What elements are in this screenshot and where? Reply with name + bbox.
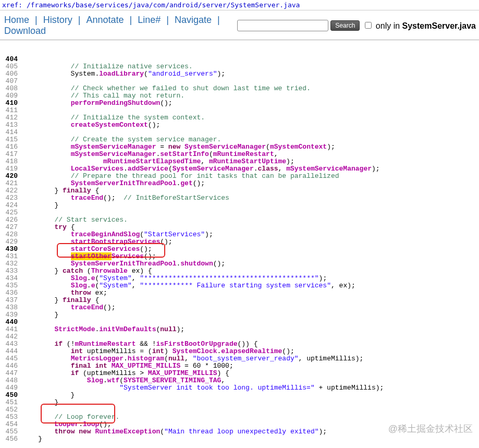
code-line[interactable]: 434 Slog.e("System", "******************… [0, 275, 479, 282]
code-line[interactable]: 438 traceEnd(); [0, 304, 479, 311]
code-line[interactable]: 448 Slog.wtf(SYSTEM_SERVER_TIMING_TAG, [0, 377, 479, 384]
code-line[interactable]: 441 StrictMode.initVmDefaults(null); [0, 326, 479, 333]
line-number[interactable]: 430 [0, 246, 22, 253]
code-line[interactable]: 431 startOtherServices(); [0, 253, 479, 260]
line-number[interactable]: 419 [0, 165, 22, 173]
line-number[interactable]: 443 [0, 341, 22, 348]
line-number[interactable]: 406 [0, 70, 22, 78]
line-number[interactable]: 407 [0, 78, 22, 85]
line-number[interactable]: 434 [0, 275, 22, 282]
xref-segment[interactable]: java [133, 1, 149, 9]
line-number[interactable]: 422 [0, 187, 22, 195]
code-line[interactable]: 409 // This call may not return. [0, 92, 479, 100]
nav-annotate[interactable]: Annotate [85, 15, 125, 25]
code-line[interactable]: 424 } [0, 202, 479, 209]
line-number[interactable]: 432 [0, 260, 22, 268]
xref-segment[interactable]: / [165, 1, 169, 9]
line-number[interactable]: 429 [0, 238, 22, 246]
line-number[interactable]: 417 [0, 151, 22, 158]
xref-segment[interactable]: server [202, 1, 227, 9]
line-number[interactable]: 451 [0, 399, 22, 406]
code-line[interactable]: 408 // Check whether we failed to shut d… [0, 85, 479, 92]
line-number[interactable]: 437 [0, 297, 22, 304]
xref-segment[interactable]: / [129, 1, 133, 9]
code-line[interactable]: 422 } finally { [0, 187, 479, 195]
line-number[interactable]: 452 [0, 406, 22, 414]
line-number[interactable]: 436 [0, 289, 22, 297]
line-number[interactable]: 453 [0, 414, 22, 421]
xref-segment[interactable]: / [27, 1, 31, 9]
line-number[interactable]: 413 [0, 122, 22, 129]
line-number[interactable]: 423 [0, 195, 22, 202]
code-line[interactable]: 452 [0, 406, 479, 414]
code-line[interactable]: 412 // Initialize the system context. [0, 114, 479, 122]
line-number[interactable]: 416 [0, 143, 22, 151]
code-line[interactable]: 446 final int MAX_UPTIME_MILLIS = 60 * 1… [0, 362, 479, 370]
nav-download[interactable]: Download [3, 26, 47, 36]
line-number[interactable]: 450 [0, 392, 22, 399]
code-line[interactable]: 449 "SystemServer init took too long. up… [0, 384, 479, 392]
code-line[interactable]: 414 [0, 129, 479, 136]
line-number[interactable]: 405 [0, 63, 22, 70]
line-number[interactable]: 424 [0, 202, 22, 209]
code-line[interactable]: 421 SystemServerInitThreadPool.get(); [0, 180, 479, 187]
code-line[interactable]: 427 try { [0, 224, 479, 231]
line-number[interactable]: 408 [0, 85, 22, 92]
xref-segment[interactable]: base [76, 1, 92, 9]
code-line[interactable]: 430 startCoreServices(); [0, 246, 479, 253]
line-number[interactable]: 426 [0, 216, 22, 224]
code-line[interactable]: 439 } [0, 311, 479, 319]
code-line[interactable]: 445 MetricsLogger.histogram(null, "boot_… [0, 355, 479, 362]
line-number[interactable]: 454 [0, 421, 22, 428]
code-line[interactable]: 444 int uptimeMillis = (int) SystemClock… [0, 348, 479, 355]
code-line[interactable]: 451 } [0, 399, 479, 406]
xref-segment[interactable]: / [71, 1, 76, 9]
code-line[interactable]: 443 if (!mRuntimeRestart && !isFirstBoot… [0, 341, 479, 348]
search-button[interactable]: Search [330, 20, 360, 31]
code-line[interactable]: 426 // Start services. [0, 216, 479, 224]
nav-line#[interactable]: Line# [137, 15, 162, 25]
line-number[interactable]: 418 [0, 158, 22, 165]
code-line[interactable]: 419 LocalServices.addService(SystemServi… [0, 165, 479, 173]
code-line[interactable]: 420 // Prepare the thread pool for init … [0, 173, 479, 180]
xref-segment[interactable]: android [169, 1, 198, 9]
line-number[interactable]: 438 [0, 304, 22, 311]
line-number[interactable]: 448 [0, 377, 22, 384]
line-number[interactable]: 435 [0, 282, 22, 289]
xref-segment[interactable]: frameworks [31, 1, 71, 9]
line-number[interactable]: 456 [0, 435, 22, 443]
line-number[interactable]: 441 [0, 326, 22, 333]
code-line[interactable]: 415 // Create the system service manager… [0, 136, 479, 143]
line-number[interactable]: 421 [0, 180, 22, 187]
code-line[interactable]: 453 // Loop forever. [0, 414, 479, 421]
line-number[interactable]: 445 [0, 355, 22, 362]
line-number[interactable]: 427 [0, 224, 22, 231]
xref-segment[interactable]: services [96, 1, 129, 9]
line-number[interactable]: 449 [0, 384, 22, 392]
code-line[interactable]: 417 mSystemServiceManager.setStartInfo(m… [0, 151, 479, 158]
line-number[interactable]: 428 [0, 231, 22, 238]
search-input[interactable] [237, 20, 328, 31]
only-in-checkbox[interactable] [365, 22, 372, 29]
code-line[interactable]: 404 [0, 56, 479, 63]
line-number[interactable]: 442 [0, 333, 22, 341]
code-line[interactable]: 433 } catch (Throwable ex) { [0, 268, 479, 275]
code-line[interactable]: 425 [0, 209, 479, 216]
line-number[interactable]: 404 [0, 56, 22, 63]
line-number[interactable]: 440 [0, 319, 22, 326]
line-number[interactable]: 420 [0, 173, 22, 180]
code-line[interactable]: 437 } finally { [0, 297, 479, 304]
code-line[interactable]: 429 startBootstrapServices(); [0, 238, 479, 246]
line-number[interactable]: 431 [0, 253, 22, 260]
xref-segment[interactable]: SystemServer.java [230, 1, 300, 9]
code-line[interactable]: 456 } [0, 435, 479, 443]
line-number[interactable]: 433 [0, 268, 22, 275]
code-line[interactable]: 407 [0, 78, 479, 85]
line-number[interactable]: 447 [0, 370, 22, 377]
line-number[interactable]: 439 [0, 311, 22, 319]
code-line[interactable]: 447 if (uptimeMillis > MAX_UPTIME_MILLIS… [0, 370, 479, 377]
xref-segment[interactable]: / [149, 1, 153, 9]
code-line[interactable]: 423 traceEnd(); // InitBeforeStartServic… [0, 195, 479, 202]
code-line[interactable]: 432 SystemServerInitThreadPool.shutdown(… [0, 260, 479, 268]
code-line[interactable]: 428 traceBeginAndSlog("StartServices"); [0, 231, 479, 238]
